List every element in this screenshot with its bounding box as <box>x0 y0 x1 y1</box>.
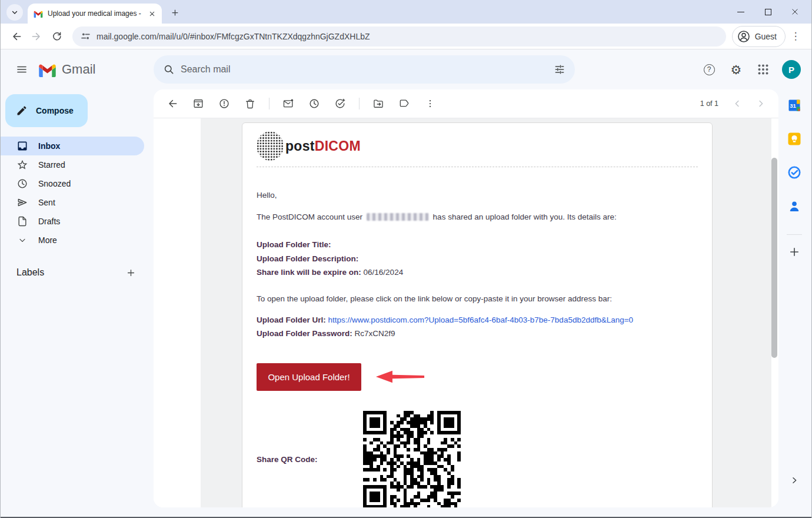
sidebar-item-label: Starred <box>38 160 65 170</box>
sidebar-item-snoozed[interactable]: Snoozed <box>1 174 144 193</box>
expiry-row: Share link will be expire on: 06/16/2024 <box>257 265 698 280</box>
back-arrow-icon <box>167 98 178 109</box>
dashed-divider <box>257 167 698 167</box>
email-intro: The PostDICOM account user has shared an… <box>257 212 698 221</box>
scrollbar-thumb[interactable] <box>771 158 777 358</box>
search-input[interactable] <box>181 64 548 75</box>
settings-button[interactable]: ⚙ <box>723 57 749 82</box>
sidebar-item-label: Inbox <box>38 141 60 151</box>
search-bar[interactable] <box>154 55 575 84</box>
add-to-tasks-button[interactable] <box>328 92 352 115</box>
forward-button[interactable] <box>26 26 46 47</box>
open-upload-folder-button[interactable]: Open Upload Folder! <box>257 363 361 391</box>
browser-window: Upload your medical images - P <box>0 0 812 518</box>
red-arrow-annotation <box>374 368 426 385</box>
email-greeting: Hello, <box>257 191 698 200</box>
guest-profile-button[interactable]: Guest <box>732 26 786 47</box>
calendar-icon: 31 <box>787 98 801 112</box>
address-bar[interactable]: mail.google.com/mail/u/0/#inbox/FMfcgzGx… <box>72 26 726 47</box>
back-button[interactable] <box>6 26 26 47</box>
reload-icon <box>51 31 62 42</box>
side-panel-rail: 31 <box>777 89 811 518</box>
email-card: postDICOM Hello, The PostDICOM account u… <box>242 122 713 507</box>
url-text: mail.google.com/mail/u/0/#inbox/FMfcgzGx… <box>96 32 370 41</box>
gear-icon: ⚙ <box>731 64 742 76</box>
report-spam-button[interactable] <box>212 92 236 115</box>
tasks-button[interactable] <box>787 165 802 180</box>
back-to-inbox-button[interactable] <box>161 92 184 115</box>
site-info-icon[interactable] <box>81 31 91 41</box>
sidebar-item-starred[interactable]: Starred <box>1 155 144 174</box>
upload-url-row: Upload Folder Url: https://www.postdicom… <box>257 313 698 327</box>
apps-button[interactable] <box>750 57 776 82</box>
older-button[interactable] <box>750 93 771 114</box>
search-icon <box>163 64 175 75</box>
sidebar-item-label: Snoozed <box>38 179 71 188</box>
tab-search-button[interactable] <box>6 4 23 21</box>
dotted-globe-icon <box>257 131 284 161</box>
maximize-button[interactable] <box>763 7 773 16</box>
minimize-icon <box>737 12 744 12</box>
sidebar: Compose Inbox Starred Snoozed Sent <box>1 89 151 518</box>
browser-menu-button[interactable]: ⋮ <box>786 26 806 47</box>
mark-unread-button[interactable] <box>277 92 300 115</box>
postdicom-wordmark: postDICOM <box>285 138 361 154</box>
tune-icon <box>554 64 565 75</box>
envelope-unread-icon <box>282 98 294 109</box>
gmail-logo-text: Gmail <box>62 62 95 77</box>
gmail-favicon-icon <box>34 10 43 18</box>
sidebar-item-inbox[interactable]: Inbox <box>1 137 144 155</box>
sidebar-item-more[interactable]: More <box>1 231 144 250</box>
add-label-button[interactable] <box>126 268 136 278</box>
account-avatar[interactable]: P <box>782 60 801 79</box>
chevron-right-icon <box>790 476 799 485</box>
reload-button[interactable] <box>46 26 66 47</box>
newer-button[interactable] <box>727 93 748 114</box>
get-addons-button[interactable] <box>787 244 802 260</box>
redacted-username <box>367 213 429 221</box>
folder-description-row: Upload Folder Description: <box>257 252 698 266</box>
help-button[interactable]: ? <box>696 57 722 82</box>
archive-button[interactable] <box>187 92 210 115</box>
trash-icon <box>244 98 256 109</box>
labels-button[interactable] <box>392 92 416 115</box>
back-arrow-icon <box>11 31 22 42</box>
gmail-m-icon <box>38 62 56 77</box>
compose-button[interactable]: Compose <box>5 94 88 127</box>
new-tab-button[interactable] <box>167 4 183 21</box>
keep-button[interactable] <box>787 131 802 147</box>
draft-icon <box>16 215 28 227</box>
archive-icon <box>192 98 204 109</box>
delete-button[interactable] <box>238 92 262 115</box>
calendar-button[interactable]: 31 <box>787 98 802 113</box>
snooze-button[interactable] <box>302 92 326 115</box>
chevron-right-icon <box>756 98 766 109</box>
gmail-logo: Gmail <box>38 62 95 77</box>
sidebar-nav: Inbox Starred Snoozed Sent Drafts <box>1 137 151 250</box>
more-options-button[interactable] <box>418 92 442 115</box>
contacts-button[interactable] <box>787 198 802 214</box>
close-window-button[interactable] <box>790 7 800 16</box>
browser-tab[interactable]: Upload your medical images - P <box>28 4 162 24</box>
help-icon: ? <box>704 64 715 75</box>
sidebar-item-drafts[interactable]: Drafts <box>1 212 144 231</box>
contacts-person-icon <box>787 199 801 213</box>
sidebar-item-sent[interactable]: Sent <box>1 193 144 212</box>
chevron-down-icon <box>18 235 27 245</box>
minimize-button[interactable] <box>736 7 746 16</box>
tab-close-button[interactable] <box>147 8 157 19</box>
move-to-button[interactable] <box>367 92 390 115</box>
send-icon <box>16 197 28 208</box>
email-background: postDICOM Hello, The PostDICOM account u… <box>201 118 771 507</box>
postdicom-logo: postDICOM <box>257 131 698 161</box>
upload-folder-link[interactable]: https://www.postdicom.com?Upload=5bf6afc… <box>328 316 634 324</box>
labels-section: Labels <box>16 267 136 278</box>
expand-side-panel-button[interactable] <box>787 473 802 488</box>
rail-divider <box>787 234 802 235</box>
search-options-button[interactable] <box>548 58 571 81</box>
search-button[interactable] <box>157 58 181 81</box>
close-icon <box>791 8 799 16</box>
main-menu-button[interactable] <box>8 55 36 84</box>
email-instruction: To open the upload folder, please click … <box>257 294 698 303</box>
guest-label: Guest <box>755 32 777 41</box>
